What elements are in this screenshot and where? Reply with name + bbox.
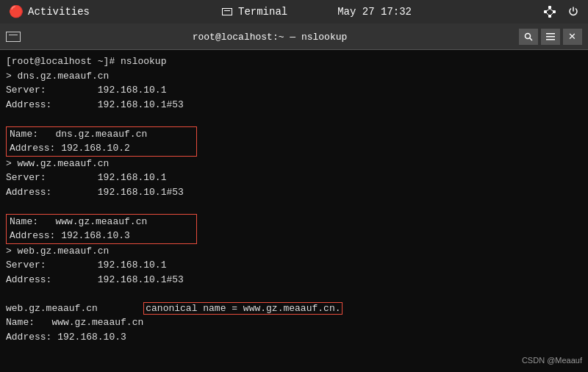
activities-icon: 🔴 (9, 4, 24, 19)
term-line-0: [root@localhost ~]# nslookup (6, 54, 582, 69)
title-terminal-icon (6, 32, 21, 42)
power-icon[interactable] (567, 6, 579, 18)
term-line-12: Address: 192.168.10.3 (10, 229, 193, 243)
term-line-18: Name: www.gz.meaauf.cn (6, 315, 582, 330)
terminal-label[interactable]: Terminal (238, 6, 287, 18)
system-bar-center: Terminal May 27 17:32 (222, 6, 412, 18)
watermark: CSDN @Meaauf (522, 354, 582, 367)
system-bar-right (544, 6, 579, 18)
www-result-box: Name: www.gz.meaauf.cn Address: 192.168.… (6, 214, 197, 244)
term-line-17: web.gz.meaauf.cn canonical name = www.gz… (6, 301, 582, 316)
svg-line-7 (550, 12, 554, 16)
term-line-11: Name: www.gz.meaauf.cn (10, 215, 193, 229)
term-line-3: Address: 192.168.10.1#53 (6, 98, 582, 112)
svg-rect-11 (546, 36, 555, 37)
dns-result-box: Name: dns.gz.meaauf.cn Address: 192.168.… (6, 126, 197, 157)
terminal-bar-icon (222, 8, 232, 15)
term-line-8: Server: 192.168.10.1 (6, 171, 582, 185)
term-line-2: Server: 192.168.10.1 (6, 83, 582, 98)
term-line-6: Address: 192.168.10.2 (10, 141, 193, 156)
svg-line-9 (529, 37, 532, 40)
search-button[interactable] (519, 29, 538, 45)
term-line-15: Address: 192.168.10.1#53 (6, 273, 582, 287)
svg-rect-12 (546, 39, 555, 40)
canonical-box: canonical name = www.gz.meaauf.cn. (143, 302, 343, 315)
term-line-5: Name: dns.gz.meaauf.cn (10, 127, 193, 142)
menu-button[interactable] (541, 29, 560, 45)
terminal-content: [root@localhost ~]# nslookup > dns.gz.me… (0, 50, 588, 372)
term-line-9: Address: 192.168.10.1#53 (6, 185, 582, 200)
term-line-14: Server: 192.168.10.1 (6, 258, 582, 273)
svg-point-8 (525, 33, 530, 38)
close-button[interactable]: ✕ (563, 29, 582, 45)
datetime: May 27 17:32 (337, 6, 412, 18)
term-line-13: > web.gz.meaauf.cn (6, 244, 582, 259)
system-bar: 🔴 Activities Terminal May 27 17:32 (0, 0, 588, 24)
term-line-1: > dns.gz.meaauf.cn (6, 69, 582, 84)
term-line-10 (6, 199, 582, 214)
window-title: root@localhost:~ — nslookup (193, 30, 348, 43)
svg-line-6 (545, 12, 550, 16)
term-line-4 (6, 112, 582, 126)
network-icon (544, 6, 556, 18)
svg-rect-10 (546, 33, 555, 35)
activities-label[interactable]: Activities (28, 6, 90, 18)
term-line-16 (6, 287, 582, 301)
term-line-19: Address: 192.168.10.3 (6, 330, 582, 345)
svg-rect-0 (548, 6, 551, 9)
title-bar-left (6, 32, 21, 42)
system-bar-left: 🔴 Activities (9, 4, 90, 19)
title-bar-controls: ✕ (519, 29, 582, 45)
title-bar: root@localhost:~ — nslookup ✕ (0, 24, 588, 50)
term-line-7: > www.gz.meaauf.cn (6, 157, 582, 171)
